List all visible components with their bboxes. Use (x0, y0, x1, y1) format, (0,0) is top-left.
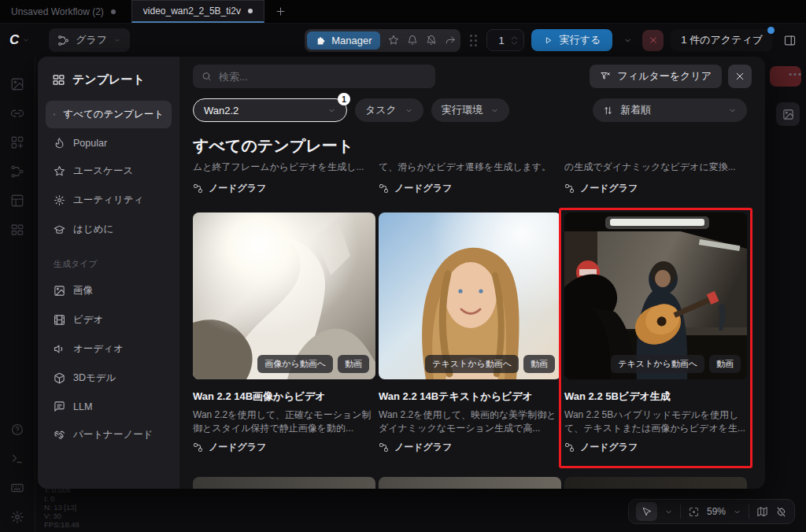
keyboard-icon (10, 481, 24, 495)
left-icon-rail (0, 57, 35, 532)
task-filter-label: タスク (365, 103, 397, 117)
run-button[interactable]: 実行する (531, 29, 613, 51)
graph-selector[interactable]: グラフ (49, 28, 130, 52)
manager-button[interactable]: Manager (307, 31, 380, 50)
card-nodegraph-link[interactable]: ノードグラフ (193, 182, 375, 195)
zoom-level[interactable]: 59% (707, 506, 726, 517)
active-jobs-button[interactable]: 1 件のアクティブ (671, 29, 773, 51)
cancel-run-button[interactable] (642, 30, 664, 51)
model-library-button[interactable] (10, 135, 24, 150)
runtime-filter-dropdown[interactable]: 実行環境 (431, 98, 509, 122)
tab-video-wan[interactable]: video_wan2_2_5B_ti2v (131, 0, 264, 23)
card-nodegraph-link[interactable]: ノードグラフ (193, 441, 375, 454)
node-link-button[interactable] (10, 106, 24, 120)
card-thumbnail: テキストから動画へ 動画 (564, 212, 747, 379)
chevron-down-icon (728, 106, 737, 115)
chevron-down-icon[interactable] (664, 508, 673, 516)
sidebar-item-audio[interactable]: オーディオ (46, 335, 172, 363)
image-preview-button[interactable] (776, 102, 800, 126)
notification-bell-button[interactable] (407, 35, 418, 46)
sidebar-item-video[interactable]: ビデオ (46, 306, 172, 334)
divider (749, 504, 749, 519)
chevron-down-icon (490, 106, 499, 115)
filter-x-icon (600, 71, 611, 82)
node-graph-icon (564, 183, 575, 194)
bell-off-icon (426, 35, 437, 46)
next-row-partial (193, 477, 747, 489)
node-graph-icon (193, 183, 203, 194)
image-icon (10, 77, 24, 91)
run-options-button[interactable] (619, 29, 635, 51)
terminal-button[interactable] (10, 452, 24, 466)
help-button[interactable] (10, 423, 24, 437)
search-input[interactable] (219, 71, 427, 83)
model-filter-dropdown[interactable]: Wan2.2 1 (193, 98, 347, 122)
sidebar-item-label: ユーティリティ (73, 194, 143, 207)
template-search[interactable] (193, 65, 435, 88)
card-title: Wan 2.2 14B画像からビデオ (193, 390, 375, 404)
task-filter-dropdown[interactable]: タスク (355, 98, 423, 122)
comfyui-logo-menu[interactable]: C (9, 32, 30, 48)
template-card-wan22-14b-t2v[interactable]: テキストから動画へ 動画 Wan 2.2 14Bテキストからビデオ Wan 2.… (379, 212, 561, 454)
partial-card[interactable]: ムと終了フレームからビデオを生成し... ノードグラフ (193, 161, 375, 195)
shortcuts-button[interactable] (10, 481, 24, 495)
template-card-wan22-5b[interactable]: テキストから動画へ 動画 Wan 2.2 5Bビデオ生成 Wan 2.2 5Bハ… (564, 212, 747, 454)
sidebar-item-all-templates[interactable]: すべてのテンプレート (46, 101, 172, 128)
sidebar-item-llm[interactable]: LLM (46, 393, 172, 419)
tab-unsaved-workflow[interactable]: Unsaved Workflow (2) (0, 0, 127, 23)
image-panel-button[interactable] (10, 77, 24, 91)
link-off-icon[interactable] (775, 506, 787, 518)
toggle-sidebar-button[interactable] (783, 34, 797, 47)
templates-button[interactable] (10, 223, 24, 237)
clear-filters-button[interactable]: フィルターをクリア (590, 65, 722, 88)
sidebar-item-use-cases[interactable]: ユースケース (46, 157, 172, 185)
speaker-icon (54, 343, 65, 355)
template-card-wan22-14b-i2v[interactable]: 画像から動画へ 動画 Wan 2.2 14B画像からビデオ Wan 2.2を使用… (193, 212, 375, 454)
node-panel-button[interactable] (10, 194, 24, 208)
modal-title: テンプレート (72, 72, 145, 87)
gear-icon (54, 194, 65, 206)
node-graph-icon (193, 442, 203, 453)
partial-card[interactable]: て、滑らかなビデオ遷移を生成します。 ノードグラフ (379, 161, 561, 195)
card-nodegraph-link[interactable]: ノードグラフ (379, 441, 561, 454)
stepper-arrows[interactable] (511, 35, 518, 46)
card-thumbnail-partial[interactable] (564, 477, 747, 489)
sidebar-item-utilities[interactable]: ユーティリティ (46, 187, 172, 214)
fit-view-icon[interactable] (688, 506, 700, 518)
sidebar-item-partner-nodes[interactable]: パートナーノード (46, 421, 172, 449)
sidebar-item-3d-model[interactable]: 3Dモデル (46, 364, 172, 392)
star-toolbar-button[interactable] (388, 35, 399, 46)
new-tab-button[interactable] (264, 0, 297, 23)
blocks-plus-icon (10, 135, 24, 150)
modal-close-button[interactable] (728, 65, 752, 88)
layout-panel-icon (10, 194, 24, 208)
sort-dropdown[interactable]: 新着順 (593, 98, 747, 122)
batch-count-value: 1 (498, 35, 504, 46)
chevron-down-icon[interactable] (733, 508, 741, 516)
workflows-button[interactable] (10, 164, 24, 179)
toolbar-right-group: Manager 1 実行する (305, 29, 797, 52)
plus-icon (275, 6, 287, 17)
tab-label: video_wan2_2_5B_ti2v (143, 6, 241, 17)
card-nodegraph-link[interactable]: ノードグラフ (564, 182, 747, 195)
settings-button[interactable] (10, 510, 24, 524)
pointer-tool-button[interactable] (636, 502, 657, 521)
sidebar-item-label: 3Dモデル (73, 371, 116, 385)
card-nodegraph-link[interactable]: ノードグラフ (564, 441, 747, 454)
sidebar-item-image[interactable]: 画像 (46, 277, 172, 305)
partial-card[interactable]: の生成でダイナミックなビデオに変換... ノードグラフ (564, 161, 747, 195)
minimap-icon[interactable] (756, 506, 768, 518)
card-nodegraph-link[interactable]: ノードグラフ (379, 182, 561, 195)
sidebar-item-getting-started[interactable]: はじめに (46, 216, 172, 243)
card-thumbnail-partial[interactable] (379, 477, 561, 489)
card-thumbnail-partial[interactable] (193, 477, 375, 489)
toolbar-drag-handle[interactable] (470, 35, 477, 46)
bell-off-button[interactable] (426, 35, 437, 46)
more-options-button[interactable]: ••• (787, 69, 804, 83)
share-button[interactable] (445, 35, 456, 46)
sort-arrows-icon (603, 105, 613, 116)
batch-count-stepper[interactable]: 1 (486, 29, 523, 51)
canvas-controls-bar: 59% (628, 499, 795, 524)
sidebar-item-popular[interactable]: Popular (46, 130, 172, 156)
sidebar-item-label: ユースケース (73, 164, 133, 178)
